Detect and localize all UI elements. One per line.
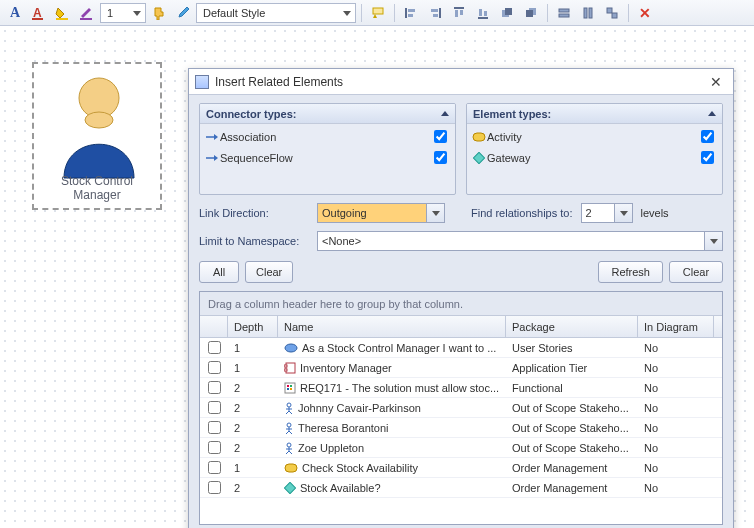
element-type-row[interactable]: Gateway	[471, 148, 718, 167]
fill-color-button[interactable]	[52, 3, 74, 23]
svg-rect-41	[290, 388, 292, 390]
svg-rect-32	[473, 152, 484, 163]
same-width-button[interactable]	[553, 3, 575, 23]
connector-checkbox[interactable]	[434, 130, 447, 143]
element-label: Gateway	[487, 152, 701, 164]
clear-selection-button[interactable]: Clear	[245, 261, 293, 283]
row-in-diagram: No	[638, 382, 714, 394]
levels-select[interactable]: 2	[581, 203, 633, 223]
refresh-button[interactable]: Refresh	[598, 261, 663, 283]
align-right-button[interactable]	[424, 3, 446, 23]
table-row[interactable]: 2Johnny Cavair-ParkinsonOut of Scope Sta…	[200, 398, 722, 418]
send-back-button[interactable]	[520, 3, 542, 23]
svg-rect-13	[460, 10, 463, 15]
format-painter-button[interactable]	[148, 3, 170, 23]
row-checkbox-cell	[200, 398, 228, 417]
row-checkbox[interactable]	[208, 401, 221, 414]
highlighter-button[interactable]	[367, 3, 389, 23]
row-checkbox[interactable]	[208, 441, 221, 454]
link-direction-select[interactable]: Outgoing	[317, 203, 445, 223]
namespace-label: Limit to Namespace:	[199, 235, 309, 247]
col-depth[interactable]: Depth	[228, 316, 278, 337]
element-types-panel: Element types: ActivityGateway	[466, 103, 723, 195]
row-icon	[284, 463, 298, 473]
chevron-up-icon[interactable]	[441, 111, 449, 116]
chevron-down-icon	[704, 232, 722, 250]
svg-point-52	[287, 443, 291, 447]
all-button[interactable]: All	[199, 261, 239, 283]
row-checkbox-cell	[200, 438, 228, 457]
table-row[interactable]: 1Check Stock AvailabilityOrder Managemen…	[200, 458, 722, 478]
connector-type-row[interactable]: SequenceFlow	[204, 148, 451, 167]
element-checkbox[interactable]	[701, 130, 714, 143]
row-package: Out of Scope Stakeho...	[506, 402, 638, 414]
row-in-diagram: No	[638, 342, 714, 354]
svg-rect-11	[454, 7, 464, 9]
svg-rect-3	[80, 18, 92, 20]
row-checkbox[interactable]	[208, 421, 221, 434]
row-checkbox[interactable]	[208, 361, 221, 374]
row-icon	[284, 362, 296, 374]
align-bottom-button[interactable]	[472, 3, 494, 23]
svg-point-47	[287, 423, 291, 427]
svg-rect-25	[607, 8, 612, 13]
table-row[interactable]: 2REQ171 - The solution must allow stoc..…	[200, 378, 722, 398]
same-height-button[interactable]	[577, 3, 599, 23]
row-package: Out of Scope Stakeho...	[506, 422, 638, 434]
table-row[interactable]: 2Stock Available?Order ManagementNo	[200, 478, 722, 498]
row-depth: 1	[228, 462, 278, 474]
row-checkbox-cell	[200, 338, 228, 357]
chevron-up-icon[interactable]	[708, 111, 716, 116]
svg-line-51	[289, 431, 292, 434]
namespace-select[interactable]: <None>	[317, 231, 723, 251]
delete-button[interactable]: ✕	[634, 3, 656, 23]
row-name: Inventory Manager	[278, 362, 506, 374]
col-checkbox[interactable]	[200, 316, 228, 337]
col-package[interactable]: Package	[506, 316, 638, 337]
connector-checkbox[interactable]	[434, 151, 447, 164]
line-color-button[interactable]	[76, 3, 98, 23]
col-in-diagram[interactable]: In Diagram	[638, 316, 714, 337]
element-panel-title: Element types:	[473, 108, 551, 120]
connector-type-row[interactable]: Association	[204, 127, 451, 146]
group-bar[interactable]: Drag a column header here to group by th…	[200, 292, 722, 316]
same-size-button[interactable]	[601, 3, 623, 23]
table-row[interactable]: 1As a Stock Control Manager I want to ..…	[200, 338, 722, 358]
svg-rect-8	[439, 8, 441, 18]
svg-rect-5	[405, 8, 407, 18]
table-row[interactable]: 1Inventory ManagerApplication TierNo	[200, 358, 722, 378]
clear-button[interactable]: Clear	[669, 261, 723, 283]
bring-front-button[interactable]	[496, 3, 518, 23]
row-icon	[284, 422, 294, 434]
font-color-button[interactable]: A	[28, 3, 50, 23]
row-checkbox[interactable]	[208, 381, 221, 394]
actor-element[interactable]: Stock Control Manager	[32, 62, 162, 210]
eyedropper-button[interactable]	[172, 3, 194, 23]
align-top-button[interactable]	[448, 3, 470, 23]
row-checkbox[interactable]	[208, 481, 221, 494]
align-left-button[interactable]	[400, 3, 422, 23]
row-package: Application Tier	[506, 362, 638, 374]
insert-related-dialog: Insert Related Elements ✕ Connector type…	[188, 68, 734, 528]
font-settings-button[interactable]: A	[4, 3, 26, 23]
row-package: Order Management	[506, 482, 638, 494]
element-type-row[interactable]: Activity	[471, 127, 718, 146]
svg-rect-36	[284, 369, 287, 371]
row-depth: 2	[228, 442, 278, 454]
svg-rect-22	[559, 14, 569, 17]
line-weight-selector[interactable]: 1	[100, 3, 146, 23]
row-checkbox[interactable]	[208, 461, 221, 474]
svg-rect-2	[56, 18, 68, 20]
row-checkbox[interactable]	[208, 341, 221, 354]
dialog-icon	[195, 75, 209, 89]
close-icon[interactable]: ✕	[705, 73, 727, 91]
table-row[interactable]: 2Zoe UppletonOut of Scope Stakeho...No	[200, 438, 722, 458]
style-selector[interactable]: Default Style	[196, 3, 356, 23]
connector-icon	[204, 132, 220, 142]
col-name[interactable]: Name	[278, 316, 506, 337]
table-row[interactable]: 2Theresa BorantoniOut of Scope Stakeho..…	[200, 418, 722, 438]
svg-rect-15	[479, 9, 482, 16]
style-value: Default Style	[203, 7, 265, 19]
row-package: Order Management	[506, 462, 638, 474]
element-checkbox[interactable]	[701, 151, 714, 164]
